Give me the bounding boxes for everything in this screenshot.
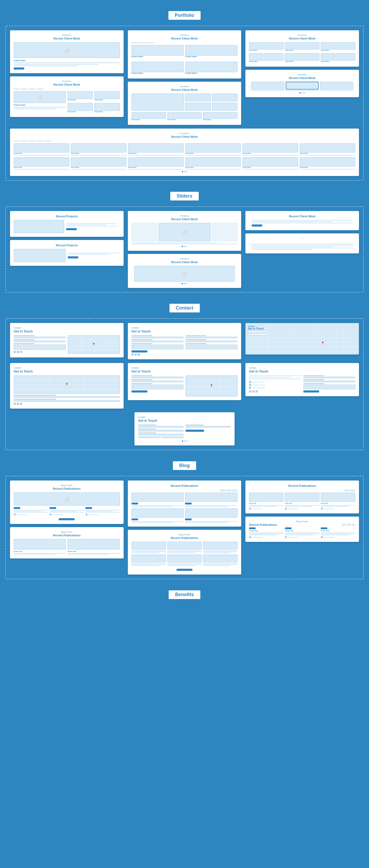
slider-4-prev[interactable]: ‹: [249, 221, 250, 225]
slider-4-btn[interactable]: [252, 224, 262, 226]
slider-4-next[interactable]: ›: [354, 221, 355, 225]
prev-arrow-6[interactable]: ‹: [249, 85, 250, 88]
slider-5-prev[interactable]: ‹: [249, 242, 250, 245]
filter-3[interactable]: [232, 490, 238, 492]
c3-field-b[interactable]: [248, 334, 269, 335]
contact-center-btn[interactable]: [186, 430, 204, 432]
b3-at-2: [288, 508, 298, 509]
b6-filter-3[interactable]: [351, 524, 355, 526]
dot-6-2: [302, 92, 303, 94]
next-arrow-6[interactable]: ›: [354, 85, 355, 88]
slider-1-img: [14, 220, 64, 233]
filter-1[interactable]: [220, 490, 225, 492]
f2r-field-a[interactable]: [186, 337, 238, 338]
blog-1-l8: [85, 511, 113, 512]
f2-field-c[interactable]: [131, 345, 183, 349]
slider-1-arrow[interactable]: ›: [119, 225, 120, 228]
contact-title-c: Get in Touch: [138, 419, 231, 423]
p5-b-img-3: [203, 112, 238, 119]
cc-field-d[interactable]: [138, 436, 160, 438]
tab-1[interactable]: [14, 88, 20, 90]
field-1c[interactable]: [14, 345, 66, 350]
pf2-line-3: [128, 169, 184, 169]
p6-img-1: [251, 82, 284, 90]
slider-title-6: Recent Client Work: [131, 260, 238, 264]
blog-1-btn[interactable]: [59, 518, 74, 520]
c5-field-c[interactable]: [131, 384, 183, 389]
view-btn-1[interactable]: [14, 67, 24, 69]
slider-1-btn[interactable]: [66, 228, 77, 230]
blog-5-btn[interactable]: [177, 569, 192, 571]
c3-fields: [248, 331, 269, 335]
filter-2[interactable]: [226, 490, 232, 492]
c5-field-a[interactable]: [131, 377, 183, 378]
b2-l1: [131, 505, 184, 506]
c4-field-a[interactable]: [14, 396, 120, 398]
tab-f4[interactable]: [37, 141, 43, 142]
tab-f5[interactable]: [44, 141, 51, 142]
tab-2b[interactable]: [139, 42, 146, 43]
c4-label-a: [14, 395, 56, 396]
pf2-name-6: Project Name: [300, 166, 355, 168]
dot-full-1: [182, 171, 183, 172]
slider-5-next[interactable]: ›: [354, 242, 355, 245]
page-wrapper: Portfolio Portfolio Recent Client Work ⬜…: [0, 0, 369, 615]
tab-4[interactable]: [37, 88, 43, 90]
blog-1-grid: [14, 507, 120, 516]
pf2-name-4: Project Name: [185, 166, 241, 168]
portfolio-full-grid-2: Project Name Project Name Project Name: [14, 157, 355, 169]
c6f-field-a[interactable]: [303, 377, 355, 378]
tab-f3[interactable]: [29, 141, 36, 142]
slider-card-2: Recent Projects: [10, 240, 124, 266]
contact-card-6-wrapper: Contact Get in Touch: [245, 363, 359, 409]
c4-field-b[interactable]: [14, 400, 120, 402]
tab-2[interactable]: [21, 88, 28, 90]
cc-field-e[interactable]: [161, 436, 183, 438]
b6-filter-2[interactable]: [347, 524, 350, 526]
sl3-caption-2: [131, 244, 238, 245]
tab-2a[interactable]: [131, 42, 138, 43]
nav-tabs-full: [14, 141, 355, 142]
f2-field-a[interactable]: [131, 337, 183, 338]
tab-2c[interactable]: [147, 42, 153, 43]
b6-filter-1[interactable]: [342, 524, 346, 526]
c5-field-b[interactable]: [131, 381, 183, 382]
tab-f2[interactable]: [21, 141, 28, 142]
portfolio-6-grid: [251, 82, 353, 91]
blog-2-grid-top: [131, 493, 238, 507]
contact-5-btn[interactable]: [131, 391, 147, 393]
c6f-field-b[interactable]: [303, 381, 355, 382]
tab-3[interactable]: [29, 88, 36, 90]
b3-filter-2[interactable]: [350, 490, 355, 492]
slider-6-next[interactable]: ›: [237, 272, 238, 276]
f2r-field-c[interactable]: [186, 345, 238, 349]
contact-section: Contact Contact Get in Touch: [5, 303, 364, 450]
cc-field-c[interactable]: [138, 434, 183, 435]
field-1a[interactable]: [14, 337, 66, 338]
field-1b[interactable]: [14, 341, 66, 342]
b2-badge-4: [185, 519, 192, 520]
cc-field-a[interactable]: [138, 426, 183, 428]
p2-item-1: Project Name: [131, 45, 184, 58]
contact-6-btn[interactable]: [303, 391, 319, 393]
p5-item-4: [212, 103, 238, 111]
c3-field-a[interactable]: [248, 331, 269, 333]
f2r-field-b[interactable]: [186, 341, 238, 342]
pf-item-6: Project Name: [300, 143, 355, 156]
slider-6-prev[interactable]: ‹: [131, 272, 132, 276]
blog-label-4: Blog Posts: [14, 531, 120, 533]
cc-field-b[interactable]: [138, 430, 183, 432]
pf2-img-4: [185, 157, 241, 166]
blog-1-l6: [50, 512, 84, 513]
cce-field-a[interactable]: [186, 426, 231, 428]
b3-filter-1[interactable]: [344, 490, 349, 492]
f2-field-b[interactable]: [131, 341, 183, 342]
dot-cc-2: [184, 440, 185, 442]
contact-2-btn[interactable]: [131, 350, 147, 352]
p5-b1: Project Name: [131, 112, 166, 121]
c6f-field-c[interactable]: [303, 384, 355, 389]
pf2-name-2: Project Name: [71, 166, 126, 168]
pf-item-3: Project Name: [128, 143, 184, 156]
slider-2-btn[interactable]: [68, 256, 78, 258]
tab-f1[interactable]: [14, 141, 20, 142]
